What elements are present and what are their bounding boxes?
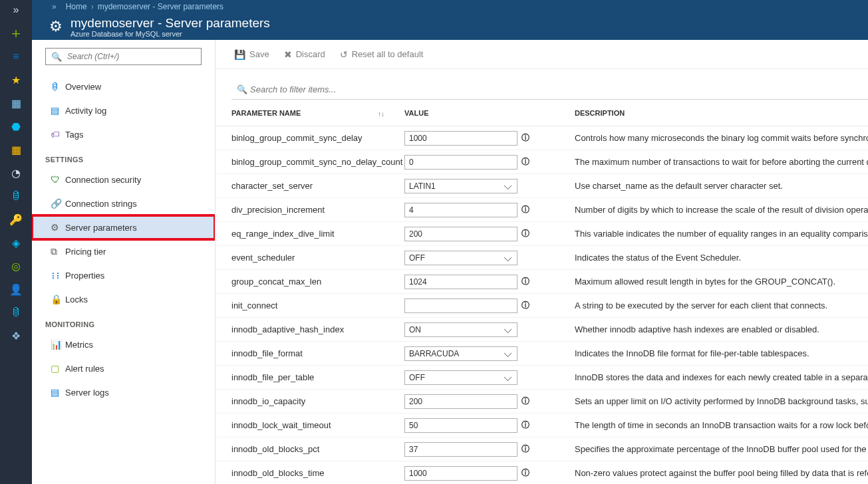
column-header-description[interactable]: DESCRIPTION — [575, 109, 868, 117]
rail-cube-icon[interactable]: ⬣ — [5, 119, 27, 134]
param-value-cell: BARRACUDA — [404, 346, 575, 361]
breadcrumb-chevron-icon[interactable]: » — [52, 2, 57, 11]
reset-icon: ↺ — [340, 49, 348, 60]
param-description: Non-zero values protect against the buff… — [575, 468, 868, 478]
filter-box[interactable]: 🔍 — [231, 80, 868, 100]
sidebar-item-label: Overview — [65, 82, 101, 92]
rail-shield-icon[interactable]: ◈ — [5, 235, 27, 250]
param-description: A string to be executed by the server fo… — [575, 301, 868, 310]
param-value-input[interactable] — [404, 131, 517, 146]
sidebar-item-activity-log[interactable]: ▤ Activity log — [32, 98, 215, 122]
param-value-input[interactable] — [404, 203, 517, 217]
info-icon[interactable] — [521, 398, 529, 406]
info-icon[interactable] — [521, 422, 529, 429]
param-row: character_set_serverLATIN1Use charset_na… — [216, 174, 868, 198]
info-icon[interactable] — [521, 445, 529, 453]
param-value-cell: OFF — [404, 251, 575, 265]
gear-icon: ⚙ — [51, 222, 65, 233]
sidebar-item-server-parameters[interactable]: ⚙ Server parameters — [32, 215, 215, 239]
rail-list-icon[interactable]: ≡ — [5, 49, 27, 64]
info-icon[interactable] — [521, 158, 529, 166]
sidebar-item-label: Properties — [65, 271, 104, 281]
param-row: innodb_old_blocks_pctSpecifies the appro… — [216, 437, 868, 461]
param-name: character_set_server — [231, 181, 404, 191]
info-icon[interactable] — [521, 302, 529, 310]
param-value-select[interactable]: ON — [404, 322, 517, 337]
param-value-input[interactable] — [404, 155, 517, 170]
param-name: innodb_file_format — [231, 348, 404, 358]
save-button[interactable]: 💾 Save — [234, 49, 269, 60]
rail-favorites-icon[interactable]: ★ — [5, 72, 27, 87]
main-content: 💾 Save ✖ Discard ↺ Reset all to default … — [216, 40, 868, 484]
param-value-input[interactable] — [404, 442, 517, 457]
discard-label: Discard — [296, 49, 325, 59]
sidebar-item-connection-security[interactable]: 🛡 Connection security — [32, 168, 215, 191]
filter-input[interactable] — [250, 84, 868, 94]
param-description: InnoDB stores the data and indexes for e… — [575, 372, 868, 382]
sort-icon[interactable]: ↑↓ — [378, 110, 384, 118]
rail-key-icon[interactable]: 🔑 — [5, 212, 27, 227]
param-value-select[interactable]: OFF — [404, 370, 517, 385]
rail-cost-icon[interactable]: ◎ — [5, 259, 27, 273]
param-value-select[interactable]: BARRACUDA — [404, 346, 517, 361]
param-value-input[interactable] — [404, 299, 517, 313]
param-value-input[interactable] — [404, 466, 517, 481]
sidebar-item-overview[interactable]: 🛢 Overview — [32, 74, 215, 98]
param-value-cell — [404, 131, 575, 146]
connection-strings-icon: 🔗 — [51, 198, 65, 209]
param-value-select[interactable]: OFF — [404, 251, 517, 265]
discard-button[interactable]: ✖ Discard — [284, 49, 325, 60]
rail-clock-icon[interactable]: ◔ — [5, 166, 27, 180]
sidebar-item-tags[interactable]: 🏷 Tags — [32, 122, 215, 146]
sidebar-item-locks[interactable]: 🔒 Locks — [32, 287, 215, 311]
shield-icon: 🛡 — [51, 174, 65, 185]
rail-sql-icon[interactable]: 🛢 — [5, 189, 27, 203]
sidebar-item-alert-rules[interactable]: ▢ Alert rules — [32, 356, 215, 380]
rail-dashboard-icon[interactable]: ▦ — [5, 96, 27, 110]
param-name: innodb_old_blocks_time — [231, 468, 404, 478]
param-name: innodb_file_per_table — [231, 372, 404, 382]
param-value-cell: LATIN1 — [404, 179, 575, 193]
column-header-name[interactable]: PARAMETER NAME ↑↓ — [231, 109, 404, 117]
param-value-input[interactable] — [404, 275, 517, 289]
reset-button[interactable]: ↺ Reset all to default — [340, 49, 424, 60]
info-icon[interactable] — [521, 206, 529, 214]
info-icon[interactable] — [521, 134, 529, 142]
sidebar-item-label: Alert rules — [65, 364, 104, 374]
column-header-value[interactable]: VALUE — [404, 109, 575, 117]
rail-misc-icon[interactable]: ❖ — [5, 328, 27, 343]
sidebar-search-input[interactable] — [67, 52, 196, 61]
param-value-input[interactable] — [404, 394, 517, 409]
rail-person-icon[interactable]: 👤 — [5, 282, 27, 297]
save-label: Save — [249, 49, 269, 59]
sidebar-item-connection-strings[interactable]: 🔗 Connection strings — [32, 191, 215, 215]
sidebar-item-label: Pricing tier — [65, 247, 106, 257]
sidebar-item-server-logs[interactable]: ▤ Server logs — [32, 380, 215, 404]
param-value-cell — [404, 299, 575, 313]
param-value-input[interactable] — [404, 418, 517, 433]
rail-create-icon[interactable]: ＋ — [5, 26, 27, 41]
param-description: This variable indicates the number of eq… — [575, 229, 868, 239]
info-icon[interactable] — [521, 469, 529, 477]
param-value-select[interactable]: LATIN1 — [404, 179, 517, 193]
sidebar-item-label: Tags — [65, 130, 83, 140]
lock-icon: 🔒 — [51, 294, 65, 304]
breadcrumb-separator: › — [91, 2, 94, 11]
param-value-input[interactable] — [404, 227, 517, 241]
sidebar-item-metrics[interactable]: 📊 Metrics — [32, 332, 215, 356]
param-description: The maximum number of transactions to wa… — [575, 157, 868, 167]
param-value-cell — [404, 394, 575, 409]
sidebar-item-properties[interactable]: ⫶⫶ Properties — [32, 263, 215, 287]
rail-expand-icon[interactable]: » — [5, 3, 27, 17]
sidebar-search[interactable]: 🔍 — [45, 48, 202, 65]
rail-mysql-icon[interactable]: 🛢 — [5, 305, 27, 320]
sidebar-item-pricing-tier[interactable]: ⧉ Pricing tier — [32, 239, 215, 263]
param-description: Sets an upper limit on I/O activity perf… — [575, 396, 868, 406]
info-icon[interactable] — [521, 278, 529, 286]
breadcrumb-home[interactable]: Home — [66, 2, 87, 11]
rail-grid-icon[interactable]: ▦ — [5, 142, 27, 157]
param-row: innodb_lock_wait_timeoutThe length of ti… — [216, 414, 868, 437]
info-icon[interactable] — [521, 230, 529, 238]
param-row: innodb_file_per_tableOFFInnoDB stores th… — [216, 366, 868, 390]
param-value-cell — [404, 418, 575, 433]
